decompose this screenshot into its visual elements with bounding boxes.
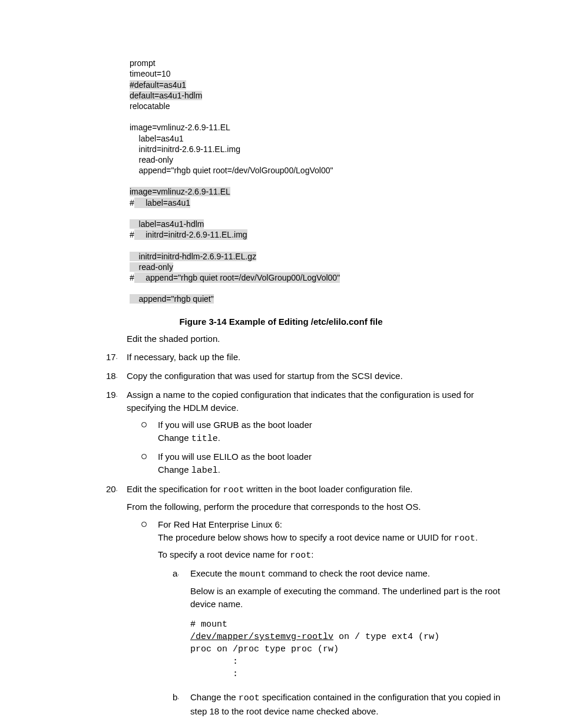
bullet-text: If you will use ELILO as the boot loader — [158, 450, 509, 463]
code-inline: root — [239, 693, 260, 703]
bullet-text: The procedure below shows how to specify… — [158, 532, 454, 542]
code-line-hl: initrd=initrd-2.6.9-11.EL.img — [134, 229, 247, 240]
bullet-text: . — [475, 532, 478, 542]
bullet-text: . — [218, 465, 220, 475]
code-line: read-only — [130, 155, 173, 164]
bullet-text: Change — [158, 465, 191, 475]
sub-text: Execute the — [190, 568, 239, 578]
code-inline: root — [223, 485, 244, 495]
code-line: # — [130, 272, 134, 283]
code-line-hl: label=as4u1 — [134, 197, 190, 208]
bullet-text: . — [218, 433, 220, 443]
code-line: image=vmlinuz-2.6.9-11.EL — [130, 123, 230, 132]
code-line-hl: label=as4u1-hdlm — [130, 219, 204, 229]
mount-line: on / type ext4 (rw) — [333, 632, 439, 642]
code-line: label=as4u1 — [130, 134, 183, 143]
code-line-hl: #default=as4u1 — [130, 80, 186, 90]
list-item: 20. Edit the specification for root writ… — [106, 483, 509, 718]
code-inline: mount — [239, 569, 266, 579]
sub-text: Below is an example of executing the com… — [190, 585, 509, 611]
sub-item: a. Execute the mount command to check th… — [173, 567, 509, 680]
code-line: timeout=10 — [130, 69, 171, 78]
bullet-text: If you will use GRUB as the boot loader — [158, 419, 509, 431]
item-number: 19 — [106, 390, 116, 400]
code-line: prompt — [130, 58, 156, 68]
item-number: 18 — [106, 371, 116, 381]
list-item: 17. If necessary, back up the file. — [106, 351, 509, 364]
sub-item: b. Change the root specification contain… — [173, 691, 509, 718]
code-line: append="rhgb quiet root=/dev/VolGroup00/… — [130, 166, 333, 175]
sub-text: Change the — [190, 692, 239, 702]
item-text: From the following, perform the procedur… — [127, 500, 509, 513]
code-example-block: prompt timeout=10 #default=as4u1 default… — [130, 47, 509, 305]
bullet-item: If you will use ELILO as the boot loader… — [141, 450, 509, 477]
body-text: Edit the shaded portion. — [127, 332, 509, 345]
code-line: # — [130, 229, 134, 240]
mount-line: : — [190, 657, 238, 667]
sub-text: command to check the root device name. — [266, 568, 429, 578]
mount-output-block: # mount /dev/mapper/systemvg-rootlv on /… — [190, 618, 509, 680]
bullet-text: : — [311, 549, 313, 559]
mount-line: : — [190, 669, 238, 679]
bullet-item: For Red Hat Enterprise Linux 6: The proc… — [141, 518, 509, 718]
code-inline: title — [191, 434, 218, 444]
code-inline: label — [191, 466, 218, 476]
list-item: 19. Assign a name to the copied configur… — [106, 388, 509, 477]
item-text: Copy the configuration that was used for… — [127, 371, 403, 381]
code-line-hl: default=as4u1-hdlm — [130, 91, 202, 100]
mount-line: proc on /proc type proc (rw) — [190, 644, 339, 654]
code-inline: root — [290, 551, 311, 561]
mount-line: # mount — [190, 620, 227, 630]
code-line: # — [130, 197, 134, 208]
item-number: 17 — [106, 352, 116, 362]
bullet-item: If you will use GRUB as the boot loader … — [141, 419, 509, 446]
list-item: 18. Copy the configuration that was used… — [106, 370, 509, 383]
code-line-hl: read-only — [130, 262, 173, 272]
bullet-text: Change — [158, 433, 191, 443]
code-line: relocatable — [130, 101, 170, 111]
item-text: Edit the specification for — [127, 484, 223, 494]
bullet-text: For Red Hat Enterprise Linux 6: — [158, 518, 509, 531]
code-line: initrd=initrd-2.6.9-11.EL.img — [130, 144, 240, 154]
code-line-hl: image=vmlinuz-2.6.9-11.EL — [130, 187, 230, 196]
code-line-hl: initrd=initrd-hdlm-2.6.9-11.EL.gz — [130, 252, 256, 261]
mount-line-underlined: /dev/mapper/systemvg-rootlv — [190, 632, 333, 642]
figure-caption: Figure 3-14 Example of Editing /etc/elil… — [53, 317, 509, 327]
item-text: Assign a name to the copied configuratio… — [127, 390, 474, 413]
item-text: If necessary, back up the file. — [127, 352, 240, 362]
item-text: written in the boot loader configuration… — [244, 484, 412, 494]
bullet-text: To specify a root device name for — [158, 549, 290, 559]
item-number: 20 — [106, 484, 116, 494]
code-line-hl: append="rhgb quiet root=/dev/VolGroup00/… — [134, 272, 340, 283]
code-line-hl: append="rhgb quiet" — [130, 294, 214, 304]
code-inline: root — [454, 533, 475, 543]
